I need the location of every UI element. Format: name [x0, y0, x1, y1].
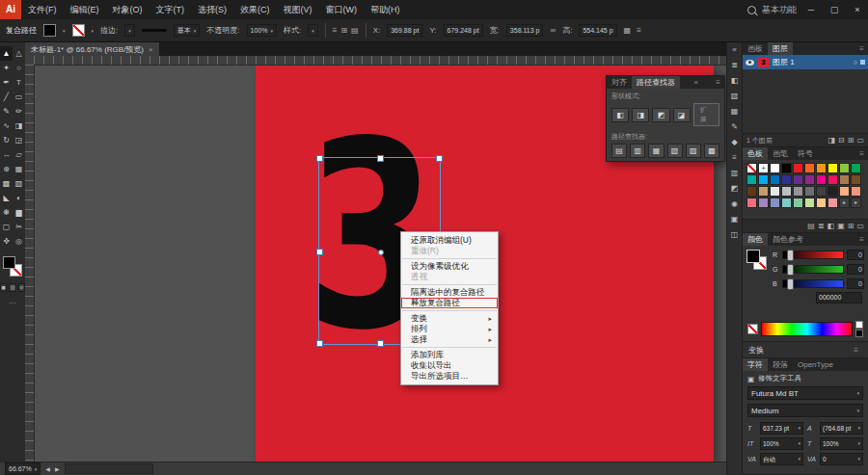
tab-character[interactable]: 字符 [743, 358, 768, 371]
swatch[interactable] [770, 198, 780, 208]
swatch[interactable] [804, 174, 815, 185]
tab-paragraph[interactable]: 段落 [768, 358, 793, 371]
swatch[interactable] [804, 198, 815, 208]
fill-color-swatch[interactable] [43, 24, 56, 37]
swatch[interactable] [827, 163, 838, 173]
menubar-item[interactable]: 对象(O) [106, 0, 149, 19]
link-dimensions-icon[interactable]: ∞ [550, 26, 556, 35]
panel-menu-icon[interactable]: ≡ [855, 42, 868, 55]
swatch-options-icon[interactable]: ◧ [827, 222, 835, 230]
tab-brushes[interactable]: 画笔 [768, 147, 793, 160]
transparency-panel-icon[interactable]: ◩ [731, 184, 739, 194]
x-field[interactable]: 369.88 pt [387, 24, 422, 37]
intersect-button[interactable]: ◩ [652, 108, 669, 122]
document-tab[interactable]: 未标题-1* @ 66.67% (RGB/预览) × [25, 42, 159, 56]
kerning-input[interactable]: 自动▾ [760, 453, 803, 465]
width-tool[interactable]: ↔ [0, 147, 13, 162]
scale-tool[interactable]: ◲ [13, 133, 25, 147]
swatch[interactable] [781, 174, 792, 185]
stroke-panel-icon[interactable]: ≡ [732, 153, 737, 163]
gradient-panel-icon[interactable]: ▥ [731, 169, 739, 178]
selection-handle[interactable] [436, 155, 443, 162]
swatch[interactable] [770, 174, 780, 185]
exclude-button[interactable]: ◪ [673, 108, 691, 122]
context-menu-item[interactable]: 选择▸ [401, 334, 498, 345]
layer-selection-chip[interactable] [860, 60, 865, 65]
perspective-grid-tool[interactable]: ▦ [13, 162, 25, 176]
pen-tool[interactable]: ✒ [0, 75, 13, 90]
menubar-item[interactable]: 文字(T) [149, 0, 192, 19]
height-field[interactable]: 554.145 p [579, 24, 616, 37]
tab-layers[interactable]: 图层 [768, 42, 793, 55]
layer-target-icon[interactable]: ○ [854, 59, 857, 66]
swatch[interactable] [827, 198, 838, 208]
swatch[interactable] [827, 186, 838, 197]
swatch[interactable] [816, 174, 827, 185]
selection-handle[interactable] [316, 340, 323, 347]
hex-value-field[interactable]: 000000 [816, 292, 862, 303]
swatch[interactable] [793, 186, 803, 197]
vertical-scale-input[interactable]: 100%▾ [760, 437, 803, 450]
context-menu-item[interactable]: 释放复合路径 [401, 298, 498, 308]
swatch-none[interactable] [746, 163, 757, 173]
type-tool[interactable]: T [13, 75, 25, 90]
swatch[interactable] [851, 186, 861, 197]
swatch[interactable] [770, 163, 780, 173]
context-menu-item[interactable]: 设为像素级优化 [401, 261, 498, 272]
context-menu-item[interactable]: 导出所选项目… [401, 371, 498, 382]
mesh-tool[interactable]: ▩ [0, 176, 13, 191]
selection-handle[interactable] [377, 155, 384, 162]
make-clipping-mask-icon[interactable]: ◨ [827, 136, 835, 145]
info-panel-icon[interactable]: ≣ [731, 61, 738, 70]
brushes-panel-icon[interactable]: ✎ [731, 122, 738, 132]
minimize-button[interactable]: ─ [802, 0, 820, 19]
tab-swatches[interactable]: 色板 [743, 147, 768, 160]
selection-handle[interactable] [377, 340, 384, 347]
swatch-registration[interactable]: + [758, 163, 769, 173]
menubar-item[interactable]: 选择(S) [191, 0, 233, 19]
swatch[interactable] [746, 174, 757, 185]
symbols-panel-icon[interactable]: ◆ [731, 138, 737, 147]
tab-symbols[interactable]: 符号 [793, 147, 818, 160]
context-menu-item[interactable]: 透视 [401, 272, 498, 282]
font-family-dropdown[interactable]: Futura Md BT ▾ [747, 386, 863, 400]
direct-selection-tool[interactable]: △ [13, 46, 25, 61]
pencil-tool[interactable]: ✏ [13, 104, 25, 119]
align-horizontal-icon[interactable]: ≡ [333, 26, 338, 35]
shaper-tool[interactable]: ∿ [0, 119, 13, 133]
style-dropdown[interactable]: ▾ [308, 24, 318, 37]
stroke-weight-field[interactable]: ▾ [124, 24, 135, 37]
magic-wand-tool[interactable]: ✦ [0, 61, 13, 75]
divide-button[interactable]: ▤ [611, 144, 627, 158]
edit-toolbar-icon[interactable]: … [0, 297, 25, 305]
selection-handle[interactable] [316, 249, 323, 255]
app-logo-icon[interactable]: Ai [0, 0, 21, 19]
workspace-switcher[interactable]: 基本功能 [762, 4, 797, 16]
swatch-group-folder[interactable]: ▸ [851, 198, 861, 208]
crop-button[interactable]: ▧ [667, 144, 683, 158]
transform-panel-icon[interactable]: ▦ [624, 26, 632, 35]
merge-button[interactable]: ▦ [648, 144, 664, 158]
context-menu-item[interactable]: 添加到库 [401, 350, 498, 360]
leading-input[interactable]: (764.68 pt▾ [820, 422, 863, 435]
none-mode-icon[interactable]: ⊘ [18, 283, 25, 292]
layer-row[interactable]: 3 图层 1 ○ [743, 55, 868, 69]
panel-menu-icon[interactable]: ≡ [712, 76, 724, 89]
eyedropper-tool[interactable]: ◣ [0, 191, 13, 205]
swatch[interactable] [758, 174, 769, 185]
font-size-input[interactable]: 637.23 pt▾ [760, 422, 803, 435]
trim-button[interactable]: ▥ [630, 144, 645, 158]
gradient-tool[interactable]: ▧ [13, 176, 25, 191]
minus-back-button[interactable]: ▩ [704, 144, 719, 158]
swatch[interactable] [839, 163, 850, 173]
context-menu-item[interactable]: 收集以导出 [401, 360, 498, 371]
fill-color-swatch[interactable] [3, 256, 15, 269]
transform-panel-header[interactable]: 变换 ≡ [743, 342, 868, 358]
swatch[interactable] [781, 186, 792, 197]
swatch[interactable] [758, 198, 769, 208]
swatch[interactable] [793, 198, 803, 208]
zoom-tool[interactable]: ◎ [13, 234, 25, 249]
search-icon[interactable] [747, 6, 756, 14]
swatch[interactable] [827, 174, 838, 185]
symbol-sprayer-tool[interactable]: ❋ [0, 205, 13, 220]
